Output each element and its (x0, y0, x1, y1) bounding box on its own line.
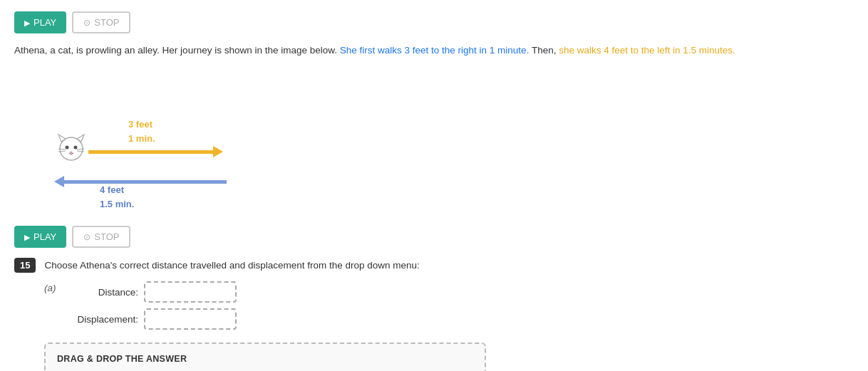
blue-arrow-line (64, 180, 227, 184)
dnd-title: DRAG & DROP THE ANSWER (57, 354, 473, 364)
top-stop-button[interactable]: STOP (72, 11, 130, 33)
top-button-bar: PLAY STOP (14, 11, 854, 33)
description-blue: She first walks 3 feet to the right in 1… (340, 45, 529, 56)
play-icon (24, 17, 30, 28)
distance-drop-target[interactable] (144, 281, 237, 303)
play-icon-2 (24, 231, 30, 242)
distance-row: Distance: (74, 281, 237, 303)
orange-arrow (88, 146, 223, 157)
second-play-button[interactable]: PLAY (14, 226, 66, 248)
blue-arrow-label: 4 feet 1.5 min. (100, 183, 134, 211)
orange-arrow-line (88, 150, 213, 154)
orange-arrow-label-line1: 3 feet (128, 117, 155, 132)
displacement-drop-target[interactable] (144, 308, 237, 330)
second-button-bar: PLAY STOP (14, 226, 854, 248)
displacement-row: Displacement: (74, 308, 237, 330)
cat-icon (56, 132, 87, 165)
blue-arrow-label-line2: 1.5 min. (100, 197, 134, 211)
question-header: 15 Choose Athena's correct distance trav… (14, 258, 854, 273)
blue-arrow-label-line1: 4 feet (100, 183, 134, 197)
question-text: Choose Athena's correct distance travell… (44, 258, 419, 271)
diagram-area: 3 feet 1 min. 4 feet 1.5 min. (21, 69, 278, 219)
distance-label: Distance: (74, 287, 138, 298)
question-number: 15 (14, 258, 36, 273)
displacement-label: Displacement: (74, 314, 138, 325)
stop-label: STOP (94, 17, 119, 28)
play-label: PLAY (33, 17, 56, 28)
part-a-section: (a) Distance: Displacement: (14, 281, 854, 335)
top-play-button[interactable]: PLAY (14, 11, 66, 33)
svg-point-4 (74, 146, 78, 150)
orange-arrow-label-line2: 1 min. (128, 132, 155, 146)
play-label-2: PLAY (33, 231, 56, 242)
stop-icon-2 (83, 231, 91, 242)
part-a-fields: Distance: Displacement: (74, 281, 237, 335)
page-wrapper: PLAY STOP Athena, a cat, is prowling an … (0, 0, 868, 371)
part-a-label: (a) (44, 283, 66, 293)
blue-arrow (54, 176, 227, 187)
stop-label-2: STOP (94, 231, 119, 242)
stop-icon (83, 17, 91, 28)
svg-point-3 (66, 146, 69, 150)
dnd-box: DRAG & DROP THE ANSWER 1 foot left 1 foo… (44, 343, 486, 371)
description-orange: she walks 4 feet to the left in 1.5 minu… (559, 45, 735, 56)
description-text: Athena, a cat, is prowling an alley. Her… (14, 43, 854, 58)
second-stop-button[interactable]: STOP (72, 226, 130, 248)
orange-arrow-label: 3 feet 1 min. (128, 117, 155, 145)
blue-arrow-head (54, 176, 64, 187)
orange-arrow-head (213, 146, 223, 157)
